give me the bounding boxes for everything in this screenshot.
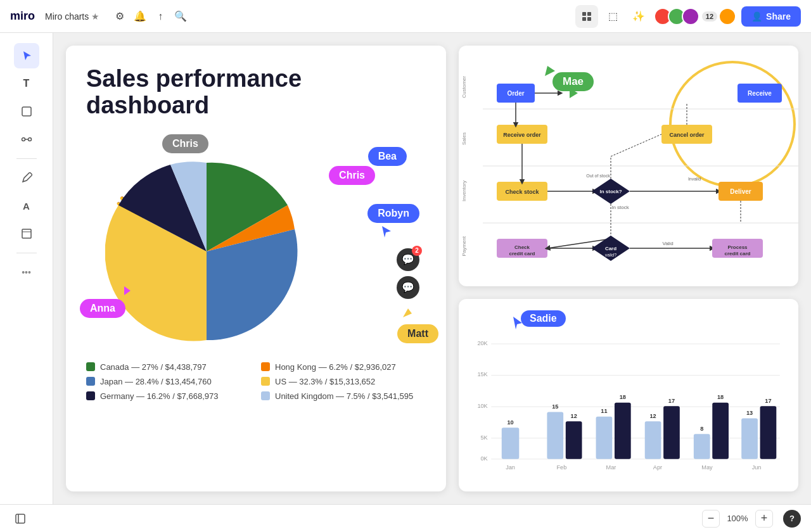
legend-canada: Canada — 27% / $4,438,797 <box>86 362 251 372</box>
svg-text:18: 18 <box>717 394 724 400</box>
svg-text:13: 13 <box>746 410 753 416</box>
collab-label-matt: Matt <box>397 324 438 343</box>
svg-text:valid?: valid? <box>605 253 616 257</box>
chat-badge: 2 <box>412 246 422 256</box>
help-button[interactable]: ? <box>783 510 801 528</box>
svg-rect-71 <box>547 412 563 459</box>
bottombar: − 100% + ? <box>0 504 811 532</box>
bar-chart-svg: 20K 15K 10K 5K 0K 10 15 12 <box>471 324 786 491</box>
svg-text:18: 18 <box>620 394 626 400</box>
legend-label-hongkong: Hong Kong — 6.2% / $2,936,027 <box>275 362 396 372</box>
sidebar-tool-sticky[interactable] <box>14 99 39 124</box>
legend-dot-canada <box>86 362 95 371</box>
svg-rect-73 <box>566 421 582 459</box>
svg-text:Check: Check <box>514 244 530 250</box>
legend-dot-germany <box>86 391 95 400</box>
svg-text:Cancel order: Cancel order <box>669 132 705 138</box>
zoom-controls: − 100% + ? <box>702 510 801 528</box>
svg-rect-85 <box>712 403 729 459</box>
svg-text:Valid: Valid <box>662 241 673 246</box>
search-icon[interactable]: 🔍 <box>170 6 191 27</box>
svg-marker-12 <box>382 226 391 238</box>
svg-rect-1 <box>587 12 591 16</box>
star-icon[interactable]: ★ <box>91 11 99 22</box>
settings-icon[interactable]: ⚙ <box>110 6 130 27</box>
svg-text:Receive: Receive <box>748 90 772 97</box>
svg-text:Order: Order <box>507 90 524 97</box>
svg-rect-77 <box>615 403 631 459</box>
sidebar-divider-2 <box>16 253 37 253</box>
avatar-count: 12 <box>702 11 717 22</box>
pie-chart-area: Chris Bea Chris Robyn 👋 <box>86 134 426 350</box>
pie-chart-svg <box>105 160 308 343</box>
sidebar-tool-pen[interactable] <box>14 165 39 191</box>
svg-rect-4 <box>22 107 31 116</box>
svg-text:10: 10 <box>507 419 513 426</box>
sidebar-tool-frame[interactable] <box>14 221 39 246</box>
svg-point-5 <box>22 138 25 141</box>
svg-rect-8 <box>22 229 31 238</box>
flowchart-container: Customer Sales Inventory Payment Mae <box>459 46 798 286</box>
sidebar-tool-cursor[interactable] <box>14 43 39 68</box>
sidebar-tool-shapes[interactable]: A <box>14 193 39 218</box>
matt-cursor <box>403 308 413 321</box>
share-button[interactable]: 👤 Share <box>741 6 801 27</box>
legend-label-uk: United Kingdom — 7.5% / $3,541,595 <box>275 391 413 401</box>
chart-legend: Canada — 27% / $4,438,797 Hong Kong — 6.… <box>86 362 426 401</box>
topbar-right: ⬚ ✨ 12 👤 Share <box>575 5 801 28</box>
sidebar-tool-more[interactable]: ••• <box>14 260 39 285</box>
legend-label-germany: Germany — 16.2% / $7,668,973 <box>100 391 218 401</box>
sidebar-tool-connector[interactable] <box>14 127 39 152</box>
robyn-cursor <box>382 226 391 240</box>
bell-icon[interactable]: 🔔 <box>130 6 150 27</box>
chat-bubble-2[interactable]: 💬 <box>397 276 419 299</box>
magic-icon[interactable]: ✨ <box>629 6 649 27</box>
avatar-group: 12 <box>654 8 717 25</box>
collab-label-bea: Bea <box>368 147 407 166</box>
zoom-out-button[interactable]: − <box>702 510 720 528</box>
zoom-in-button[interactable]: + <box>755 510 773 528</box>
svg-text:8: 8 <box>700 426 703 432</box>
chat-bubble-1[interactable]: 💬 2 <box>397 248 419 271</box>
share-label: Share <box>766 11 791 22</box>
legend-uk: United Kingdom — 7.5% / $3,541,595 <box>261 391 426 401</box>
legend-label-canada: Canada — 27% / $4,438,797 <box>100 362 207 372</box>
canvas[interactable]: Sales performance dashboard Chris Bea Ch… <box>53 33 811 504</box>
svg-text:In stock?: In stock? <box>599 189 622 194</box>
legend-hongkong: Hong Kong — 6.2% / $2,936,027 <box>261 362 426 372</box>
upload-icon[interactable]: ↑ <box>150 6 170 27</box>
legend-japan: Japan — 28.4% / $13,454,760 <box>86 377 251 386</box>
avatar-3 <box>682 8 699 25</box>
svg-text:Invalid: Invalid <box>688 177 701 181</box>
svg-line-39 <box>611 134 661 156</box>
sidebar-tool-text[interactable]: T <box>14 71 39 96</box>
svg-text:credit card: credit card <box>725 251 751 256</box>
zoom-level: 100% <box>725 514 750 523</box>
panel-toggle-button[interactable] <box>10 509 30 529</box>
bar-chart-card: Sadie 20K 15K 10K 5K 0K 10 <box>459 299 798 491</box>
svg-text:10K: 10K <box>477 403 488 409</box>
legend-label-us: US — 32.3% / $15,313,652 <box>275 377 375 386</box>
svg-text:17: 17 <box>765 398 771 404</box>
svg-text:Check stock: Check stock <box>505 189 539 195</box>
collab-label-robyn: Robyn <box>367 204 419 223</box>
sidebar: T A ••• <box>0 33 53 532</box>
legend-label-japan: Japan — 28.4% / $13,454,760 <box>100 377 212 386</box>
svg-rect-89 <box>760 406 777 459</box>
flowchart-card: Customer Sales Inventory Payment Mae <box>459 46 798 286</box>
svg-text:0K: 0K <box>480 455 488 462</box>
dashboard-title: Sales performance dashboard <box>86 66 426 119</box>
app-logo: miro <box>10 10 35 23</box>
legend-dot-us <box>261 377 270 386</box>
select-icon[interactable]: ⬚ <box>603 6 623 27</box>
svg-text:Mar: Mar <box>606 464 616 471</box>
row-label-payment: Payment <box>461 236 471 256</box>
svg-text:5K: 5K <box>480 434 488 441</box>
svg-rect-87 <box>741 419 758 459</box>
svg-text:20K: 20K <box>477 340 488 346</box>
svg-point-6 <box>28 138 31 141</box>
svg-text:12: 12 <box>649 413 656 419</box>
grid-view-button[interactable] <box>575 5 598 28</box>
svg-text:Deliver: Deliver <box>730 188 751 195</box>
svg-text:In stock: In stock <box>611 205 630 210</box>
